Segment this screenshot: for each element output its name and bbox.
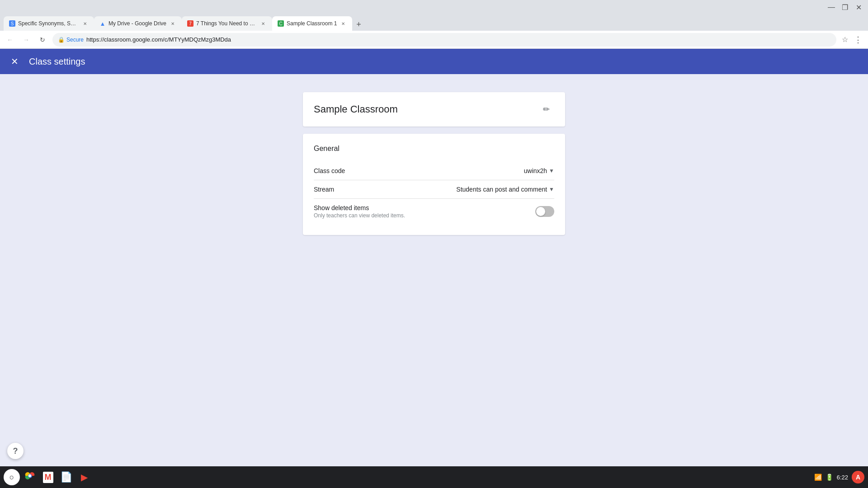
search-icon: ○ — [9, 473, 14, 482]
tab-synonyms[interactable]: S Specific Synonyms, Spe... ✕ — [4, 16, 94, 31]
app-header: ✕ Class settings — [0, 49, 868, 74]
wifi-icon: 📶 — [814, 474, 822, 481]
new-tab-button[interactable]: + — [352, 18, 365, 31]
lock-icon: 🔒 — [58, 37, 65, 43]
window-controls: — ❐ ✕ — [826, 1, 864, 13]
address-bar-row: ← → ↻ 🔒 Secure https://classroom.google.… — [0, 31, 868, 49]
tab-things[interactable]: 7 7 Things You Need to K... ✕ — [182, 16, 272, 31]
secure-badge: 🔒 Secure — [58, 37, 84, 43]
tabs-row: S Specific Synonyms, Spe... ✕ ▲ My Drive… — [0, 14, 868, 31]
general-section-title: General — [314, 145, 554, 153]
taskbar-search[interactable]: ○ — [4, 469, 20, 485]
stream-row: Stream Students can post and comment ▼ — [314, 180, 554, 199]
forward-button[interactable]: → — [20, 33, 33, 46]
general-settings-card: General Class code uwinx2h ▼ Stream Stud… — [303, 134, 565, 235]
taskbar: ○ M 📄 ▶ 📶 🔋 6:22 A — [0, 466, 868, 488]
browser-frame: — ❐ ✕ S Specific Synonyms, Spe... ✕ ▲ My… — [0, 0, 868, 49]
tab-title-classroom: Sample Classroom 1 — [287, 20, 337, 27]
page-content: Sample Classroom ✏ General Class code uw… — [0, 74, 868, 466]
battery-icon: 🔋 — [826, 474, 833, 481]
chrome-icon — [24, 470, 35, 484]
tab-close-drive[interactable]: ✕ — [169, 20, 176, 27]
show-deleted-row: Show deleted items Only teachers can vie… — [314, 199, 554, 224]
taskbar-docs[interactable]: 📄 — [58, 469, 74, 485]
title-bar: — ❐ ✕ — [0, 0, 868, 14]
taskbar-time: 6:22 — [837, 474, 848, 481]
tab-drive[interactable]: ▲ My Drive - Google Drive ✕ — [94, 16, 182, 31]
tab-classroom[interactable]: C Sample Classroom 1 ✕ — [272, 16, 352, 31]
back-button[interactable]: ← — [4, 33, 16, 46]
docs-icon: 📄 — [60, 471, 72, 483]
class-name-card: Sample Classroom ✏ — [303, 92, 565, 127]
class-code-text: uwinx2h — [524, 167, 547, 174]
close-settings-button[interactable]: ✕ — [7, 54, 22, 69]
user-avatar[interactable]: A — [852, 471, 864, 483]
show-deleted-title: Show deleted items — [314, 204, 405, 211]
tab-title-synonyms: Specific Synonyms, Spe... — [18, 20, 79, 27]
youtube-icon: ▶ — [81, 472, 88, 483]
taskbar-gmail[interactable]: M — [40, 469, 56, 485]
class-code-dropdown-arrow: ▼ — [549, 168, 554, 174]
tab-favicon-things: 7 — [187, 20, 193, 27]
class-code-label: Class code — [314, 167, 345, 174]
tab-close-synonyms[interactable]: ✕ — [81, 20, 89, 27]
minimize-button[interactable]: — — [826, 1, 837, 13]
tab-title-drive: My Drive - Google Drive — [108, 20, 166, 27]
taskbar-right: 📶 🔋 6:22 A — [814, 471, 864, 483]
stream-value[interactable]: Students can post and comment ▼ — [456, 186, 554, 193]
tab-close-classroom[interactable]: ✕ — [340, 20, 347, 27]
tab-favicon-drive: ▲ — [99, 20, 106, 27]
toggle-knob — [536, 207, 545, 216]
menu-button[interactable]: ⋮ — [852, 33, 864, 46]
class-code-row: Class code uwinx2h ▼ — [314, 162, 554, 180]
edit-class-name-button[interactable]: ✏ — [538, 101, 554, 117]
stream-label: Stream — [314, 186, 334, 193]
restore-button[interactable]: ❐ — [839, 1, 851, 13]
show-deleted-subtitle: Only teachers can view deleted items. — [314, 212, 405, 219]
bookmark-button[interactable]: ☆ — [842, 35, 848, 44]
tab-favicon-classroom: C — [278, 20, 284, 27]
class-code-value[interactable]: uwinx2h ▼ — [524, 167, 554, 174]
svg-point-1 — [28, 474, 31, 477]
show-deleted-toggle[interactable] — [535, 206, 554, 217]
secure-label: Secure — [66, 37, 84, 43]
address-text: https://classroom.google.com/c/MTYyMDQzM… — [86, 36, 231, 43]
page-title: Class settings — [29, 56, 85, 67]
show-deleted-info: Show deleted items Only teachers can vie… — [314, 204, 405, 219]
gmail-icon: M — [43, 472, 53, 483]
tab-close-things[interactable]: ✕ — [259, 20, 267, 27]
taskbar-youtube[interactable]: ▶ — [76, 469, 92, 485]
help-button[interactable]: ? — [7, 443, 24, 459]
tab-favicon-synonyms: S — [9, 20, 15, 27]
address-bar[interactable]: 🔒 Secure https://classroom.google.com/c/… — [52, 33, 836, 47]
stream-dropdown-arrow: ▼ — [549, 186, 554, 192]
reload-button[interactable]: ↻ — [36, 33, 49, 46]
class-name-text: Sample Classroom — [314, 103, 398, 115]
close-button[interactable]: ✕ — [853, 1, 864, 13]
taskbar-chrome[interactable] — [22, 469, 38, 485]
tab-title-things: 7 Things You Need to K... — [196, 20, 257, 27]
stream-text: Students can post and comment — [456, 186, 547, 193]
